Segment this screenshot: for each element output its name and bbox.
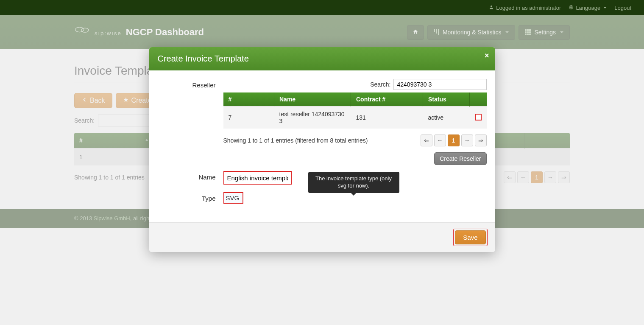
- modal-body: Reseller Search: # Name Contract # Statu…: [149, 70, 495, 222]
- reseller-actions: Create Reseller: [223, 152, 487, 165]
- reseller-search-label: Search:: [370, 81, 390, 88]
- type-control: The invoice template type (only svg for …: [223, 192, 487, 204]
- modal: Create Invoice Template × Reseller Searc…: [149, 47, 495, 252]
- save-button[interactable]: Save: [455, 230, 485, 244]
- chevron-down-icon: [603, 7, 607, 8]
- reseller-footer: Showing 1 to 1 of 1 entries (filtered fr…: [223, 134, 487, 146]
- reseller-table: # Name Contract # Status 7 test reseller…: [223, 92, 487, 129]
- save-highlight: Save: [453, 229, 487, 246]
- svg-point-0: [491, 6, 492, 7]
- globe-icon: [569, 5, 574, 11]
- language-link[interactable]: Language: [569, 5, 607, 11]
- logout-link[interactable]: Logout: [614, 5, 631, 11]
- modal-footer: Save: [149, 222, 495, 252]
- reseller-search-input[interactable]: [393, 79, 487, 90]
- reseller-showing: Showing 1 to 1 of 1 entries (filtered fr…: [223, 137, 368, 144]
- rcol-contract[interactable]: Contract #: [351, 92, 423, 106]
- rcell-name: test reseller 1424093730 3: [274, 106, 351, 129]
- rcell-contract: 131: [351, 106, 423, 129]
- select-checkbox[interactable]: [475, 114, 482, 120]
- close-icon[interactable]: ×: [485, 51, 489, 60]
- rcol-status[interactable]: Status: [423, 92, 470, 106]
- modal-title: Create Invoice Template: [158, 54, 249, 63]
- reseller-block: Search: # Name Contract # Status: [223, 79, 487, 165]
- rpager-next[interactable]: →: [461, 134, 473, 146]
- reseller-pager: ⇐ ← 1 → ⇒: [421, 134, 487, 146]
- logged-in-link[interactable]: Logged in as administrator: [489, 5, 561, 11]
- type-label: Type: [158, 192, 223, 202]
- rpager-page-1[interactable]: 1: [448, 134, 460, 146]
- type-tooltip: The invoice template type (only svg for …: [308, 172, 399, 193]
- create-reseller-button[interactable]: Create Reseller: [434, 152, 486, 165]
- topbar: Logged in as administrator Language Logo…: [0, 0, 644, 15]
- rpager-last[interactable]: ⇒: [475, 134, 487, 146]
- reseller-search-line: Search:: [223, 79, 487, 90]
- name-label: Name: [158, 171, 223, 181]
- reseller-row: Reseller Search: # Name Contract # Statu…: [158, 79, 487, 165]
- rcell-status: active: [423, 106, 470, 129]
- type-value-highlight: SVG: [223, 192, 244, 204]
- user-icon: [489, 5, 494, 11]
- rpager-prev[interactable]: ←: [434, 134, 446, 146]
- logged-in-text: Logged in as administrator: [496, 5, 561, 11]
- rpager-first[interactable]: ⇐: [421, 134, 432, 146]
- rcol-name[interactable]: Name: [274, 92, 351, 106]
- reseller-label: Reseller: [158, 79, 223, 89]
- rcol-id[interactable]: #: [223, 92, 274, 106]
- language-text: Language: [576, 5, 600, 11]
- modal-header: Create Invoice Template ×: [149, 47, 495, 70]
- type-row: Type The invoice template type (only svg…: [158, 192, 487, 204]
- rcell-select: [470, 106, 487, 129]
- reseller-row-item[interactable]: 7 test reseller 1424093730 3 131 active: [223, 106, 487, 129]
- rcell-id: 7: [223, 106, 274, 129]
- modal-overlay: Create Invoice Template × Reseller Searc…: [0, 15, 644, 325]
- rcol-select: [470, 92, 487, 106]
